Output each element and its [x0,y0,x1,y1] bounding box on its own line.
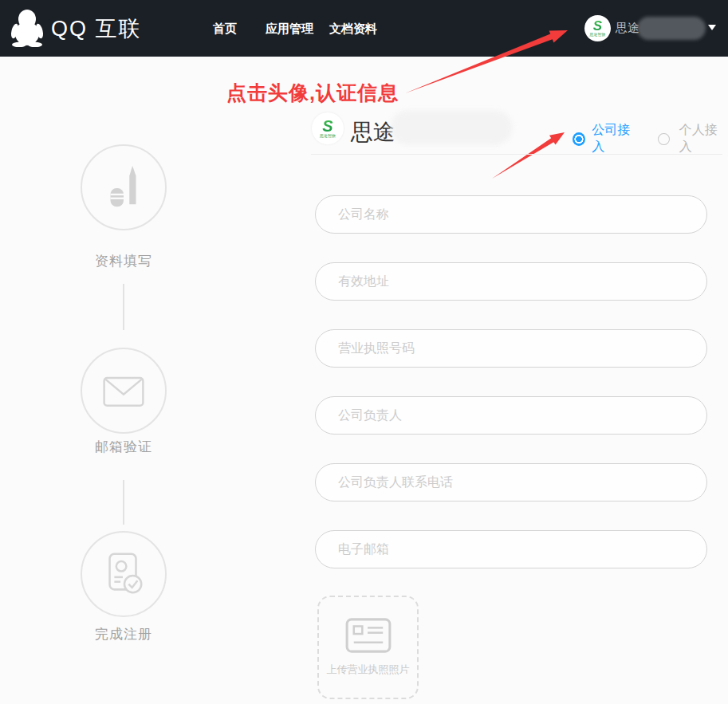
access-type-selector: 公司接入 个人接入 [573,122,728,155]
company-logo: S 思途智旅 [312,112,344,144]
nav-item-home[interactable]: 首页 [213,22,237,37]
pen-ink-icon [99,163,148,212]
nav-item-docs[interactable]: 文档资料 [329,22,377,37]
address-input[interactable] [315,262,707,301]
page-title: 思途 [351,117,395,147]
company-logo-icon: S [322,119,333,133]
avatar-logo-caption: 思途智旅 [590,32,606,37]
contact-phone-input[interactable] [315,463,707,501]
step-label-complete: 完成注册 [60,625,187,643]
step-label-email-verify: 邮箱验证 [60,438,187,456]
nav-item-app-management[interactable]: 应用管理 [266,22,313,37]
annotation-text: 点击头像,认证信息 [226,80,399,106]
censored-name-blur [637,17,706,40]
brand-title: QQ 互联 [51,14,142,43]
company-name-input[interactable] [315,195,707,234]
email-input[interactable] [315,530,707,568]
censored-title-blur [391,111,512,144]
step-indicator-fill-info [81,144,167,230]
title-divider [311,154,722,155]
company-contact-input[interactable] [315,396,707,435]
personal-access-label[interactable]: 个人接入 [679,122,728,155]
avatar-logo-icon: S [593,20,602,32]
page: QQ 互联 首页 应用管理 文档资料 S 思途智旅 思途 点击头像,认证信息 S… [0,0,728,704]
qq-penguin-logo-icon [8,9,46,47]
step-connector [123,284,124,330]
license-card-icon [344,616,393,655]
company-access-label[interactable]: 公司接入 [592,122,640,155]
step-label-fill-info: 资料填写 [60,252,187,270]
id-document-check-icon [99,549,148,599]
upload-label: 上传营业执照照片 [327,663,410,677]
dropdown-caret-icon[interactable] [708,25,716,30]
business-license-input[interactable] [315,329,707,368]
company-access-radio[interactable] [573,132,585,146]
user-name[interactable]: 思途 [616,21,639,36]
step-indicator-email-verify [81,348,167,434]
step-connector [123,480,124,525]
company-logo-caption: 思途智旅 [320,133,336,138]
license-photo-upload[interactable]: 上传营业执照照片 [317,596,419,699]
personal-access-radio[interactable] [658,133,669,145]
top-navbar: QQ 互联 首页 应用管理 文档资料 S 思途智旅 思途 [0,0,728,57]
envelope-icon [100,369,148,412]
user-avatar[interactable]: S 思途智旅 [584,15,611,41]
step-indicator-complete [81,531,167,617]
